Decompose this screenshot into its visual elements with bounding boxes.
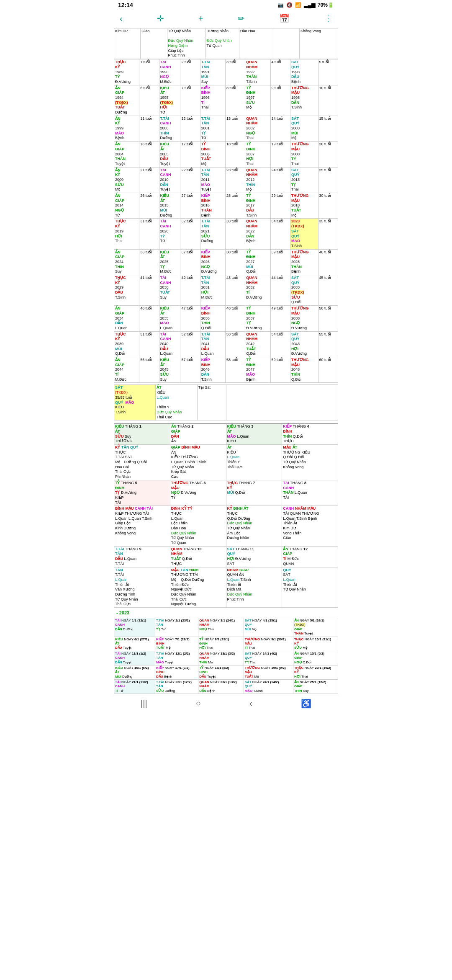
nav-back-icon[interactable]: ‹ — [249, 699, 252, 709]
cal-ttai-22: T.TÀI NGÀY 22/1 (12/2) TÂN SỬU Dưỡng — [155, 680, 198, 694]
header-empty1 — [273, 28, 299, 59]
cell-kiep2016: KIẾP BÍNH 2016 THÂN Bệnh — [200, 193, 225, 219]
cell-thuong2038: THƯƠNG MẬU 2038 NGỌ Đ.Vương — [290, 306, 318, 331]
cell-1999: ẤN KỶ 1999 MÃO Bệnh — [114, 116, 139, 141]
cell-ttai2041: T.TÀI TÂN 2041 DẦU L.Quan — [200, 331, 225, 357]
cell-thuong2048: THƯƠNG MẬU 2048 THÌN Q.Đối — [290, 357, 318, 383]
cell-ttai2011: T.TÀI TÂN 2011 MÃO Tuyệt — [200, 167, 225, 193]
cell-2009: ẤN KỶ 2009 SỬU Mộ — [114, 167, 139, 193]
cal-tai-11: TÀI NGÀY 11/1 (1/2) CANH DẦN Tuyệt — [114, 651, 155, 665]
cell-ttai2021: T.TÀI TÂN 2021 SỬU Dưỡng — [200, 219, 225, 249]
cell-dinh2017: TỶ ĐINH 2017 DẦU T.Sinh — [245, 193, 270, 219]
cell-quan2012: QUAN NHÂM 2012 THÌN Mộ — [245, 167, 270, 193]
month6-header: THƯƠNG THÁNG 6 MẬU NGỌ Đ.Vương TỶ — [170, 480, 226, 505]
cell-dinh2007: TỶ ĐINH 2007 HỢI Thai — [245, 142, 270, 167]
cal-ty-18: TỶ NGÀY 18/1 (8/2) ĐINH DẦU Tuyệt — [198, 665, 244, 679]
cell-9tuoi: 9 tuổi — [270, 85, 290, 116]
cal-thuong-19: THƯƠNG NGÀY 19/1 (9/2) MẬU TUẤT Mộ — [244, 665, 293, 679]
cal-quan-23: QUAN NGÀY 23/1 (13/2) NHÂM DẦN Bệnh — [198, 680, 244, 694]
month4-header: KIẾP THÁNG 4 BÍNH THÌN Q.Đối THỤC — [282, 423, 338, 444]
cell-2004: ẤN GIÁP 2004 THÂN Tuyệt — [114, 142, 139, 167]
month3-detail: ẤT KIÊU L.Quan Thiên Y Thái Cực — [226, 445, 282, 480]
cal-kiep-17: KIẾP NGÀY 17/1 (7/2) BÍNH DẦU Bệnh — [155, 665, 198, 679]
cell-tai2020: TÀI CANH 2020 TÝ Tứ — [159, 219, 180, 249]
more-button[interactable]: ⋮ — [324, 13, 332, 23]
cell-sat2033: SÁT QUÝ 2033 (TKĐX) SỬU Q.Đối — [290, 275, 318, 306]
month11-header: SÁT THÁNG 11 QUÝ HỢI Đ.Vương SÁT — [226, 546, 282, 567]
special-sat-cell: SÁT (TKĐX) 35/95 tuổi QUÝ MÃO KIÊU T.Sin… — [114, 385, 156, 420]
cal-kieu-6: KIÊU NGÀY 6/1 (27/1) ẤT DẦU Tuyệt — [114, 637, 155, 651]
cell-kieu2005: KIÊU ẤT 2005 DẦU Tuyệt — [159, 142, 180, 167]
cell-thuong2028: THƯƠNG MẬU 2028 THÂN Bệnh — [290, 249, 318, 275]
cal-ty-8: TỶ NGÀY 8/1 (29/1) ĐINH HỢI Thai — [198, 637, 244, 651]
year-label: - 2023 — [116, 609, 130, 617]
nav-accessibility-icon[interactable]: ♿ — [301, 699, 311, 709]
status-icons: 📷 🔇 📶 ▂▄▆ 70%🔋 — [277, 2, 334, 8]
move-button[interactable]: ✛ — [157, 13, 164, 23]
cell-1989: THỤC KỶ 1989 TÝ Đ.Vương — [114, 59, 139, 85]
signal-icon: ▂▄▆ — [304, 2, 315, 8]
month6-detail: ĐINH KỶ TÝ THỤC L.Quan Lộc Thần Đào Hoa … — [170, 506, 226, 547]
cell-thuong2008: THƯƠNG MẬU 2008 TÝ Thai — [290, 142, 318, 167]
header-duongnhan: Dương Nhân Đức Quý Nhân Tứ Quan — [205, 28, 239, 59]
header-kimdu: Kim Dư — [114, 28, 141, 59]
cell-2023-highlight: 2023 (TKĐX) SÁT QUÝ MÃO T.Sinh — [290, 219, 318, 249]
cell-ttai2001: T.TÀI TÂN 2001 TỴ Tứ — [200, 116, 225, 141]
cal-tai-canh-1: TÀI NGÀY 1/1 (22/1) CANH DẦN Dưỡng — [114, 618, 155, 637]
monthly-grid: KIÊU THÁNG 1 ẤT SỬU Suy THƯƠNG ẤN THÁNG … — [114, 423, 338, 608]
back-button[interactable]: ‹ — [120, 14, 123, 23]
cell-2034: ẤN GIÁP 2034 DẦN L.Quan — [114, 306, 139, 331]
cell-6tuoi: 6 tuổi — [139, 85, 159, 116]
cell-2tuoi: 2 tuổi — [180, 59, 200, 85]
month11-detail: NHÂM GIÁP QUAN ẤN L.Quan T.Sinh Thiên Ất… — [226, 567, 282, 608]
month7-detail: KỶ ĐINH ẤT THỤC Q.Đối Dưỡng Đức Quý Nhân… — [226, 506, 282, 547]
header-tuquy: Tứ Quý Nhân Đức Quý Nhân Hồng Diệm Giáp … — [167, 28, 205, 59]
add-button[interactable]: + — [198, 14, 203, 23]
cell-8tuoi: 8 tuổi — [226, 85, 245, 116]
cell-10tuoi: 10 tuổi — [318, 85, 338, 116]
cal-ttai-1: T.TÀI NGÀY 2/1 (23/1) TÂN TỴ Tứ — [155, 618, 198, 637]
year-2023-header: - 2023 — [114, 608, 338, 618]
nav-menu-icon[interactable]: ||| — [141, 699, 147, 709]
empty-special — [226, 385, 338, 420]
month2-detail: GIÁP BÍNH MẬU ẤN KIẾP THƯƠNG L.Quan T.Si… — [170, 445, 226, 480]
edit-button[interactable]: ✏ — [238, 13, 245, 23]
cal-tai-21: TÀI NGÀY 21/1 (11/2) CANH TÍ Tứ — [114, 680, 155, 694]
cal-an-25: ẤN NGÀY 25/1 (15/2) GIÁP THÌN Suy — [293, 680, 338, 694]
month1-header: KIÊU THÁNG 1 ẤT SỬU Suy THƯƠNG — [114, 423, 170, 444]
cell-2029: THỤC KỶ 2029 DẦU T.Sinh — [114, 275, 139, 306]
cell-sat2013: SÁT QUÝ 2013 TỴ Thai — [290, 167, 318, 193]
cell-2044: ẤN GIÁP 2044 TÍ M.Đức — [114, 357, 139, 383]
cell-sat2003: SÁT QUÝ 2003 MÙI Mộ — [290, 116, 318, 141]
cal-sat-24: SÁT NGÀY 24/1 (14/2) QUÝ MÃO T.Sinh — [244, 680, 293, 694]
calendar-button[interactable]: 📅 — [279, 13, 290, 23]
month8-detail: CANH NHÂM MẬU TÀI QUAN THƯƠNG L.Quan T.S… — [282, 506, 338, 547]
cell-ttai2000: T.TÀI CANH 2000 THÌN Dưỡng — [159, 116, 180, 141]
cal-sat-14: SÁT NGÀY 14/1 (4/2) QUÝ TỴ Thai — [244, 651, 293, 665]
cell-3tuoi: 3 tuổi — [226, 59, 245, 85]
camera-icon: 📷 — [277, 2, 284, 8]
cell-2019: THỤC KỶ 2019 HỢI Thai — [114, 219, 139, 249]
cell-ty2027: TỶ ĐINH 2027 MÙI Q.Đối — [245, 249, 270, 275]
cal-kiep-7: KIẾP NGÀY 7/1 (28/1) BÍNH TUẤT Mộ — [155, 637, 198, 651]
tai-sat-label: Tại Sát — [197, 385, 226, 420]
month10-detail: MẬU TÂN ĐINH THƯƠNG T.TÀI Mộ Q.Đối Dưỡng… — [170, 567, 226, 608]
cal-thuc-20: THỤC NGÀY 20/1 (10/2) KỶ HỢI Thai — [293, 665, 338, 679]
destiny-table: THỤC KỶ 1989 TÝ Đ.Vương 1 tuổi TÀI CANH … — [114, 59, 338, 383]
cell-kieu2045: KIÊU ẤT 2045 SỬU Suy — [159, 357, 180, 383]
cal-quan-13: QUAN NGÀY 13/1 (3/2) NHÂM THÌN Mộ — [198, 651, 244, 665]
cell-thuong2018: THƯƠNG MẬU 2018 TUẤT Mộ — [290, 193, 318, 219]
month10-header: QUAN THÁNG 10 NHÂM TUẤT Q.Đối THỤC — [170, 546, 226, 567]
cell-ty1997: TỶ ĐINH 1997 SỬU Mộ — [245, 85, 270, 116]
cal-an-1: ẤN NGÀY 5/1 (26/1) (TKĐX) GIÁP THÂN Tuyệ… — [293, 618, 338, 637]
main-content: Kim Dư Giao Tứ Quý Nhân Đức Quý Nhân Hồn… — [113, 27, 339, 695]
battery-level: 70%🔋 — [318, 2, 334, 8]
cell-kieu2025: KIÊU ẤT 2025 TỴ M.Đức — [159, 249, 180, 275]
nav-bar: ||| ○ ‹ ♿ — [113, 695, 339, 712]
cell-ty2047: TỶ ĐINH 2047 MÃO Bệnh — [245, 357, 270, 383]
nav-home-icon[interactable]: ○ — [196, 699, 201, 709]
cal-an-15: ẤN NGÀY 15/1 (5/2) GIÁP NGỌ Q.Đối — [293, 651, 338, 665]
cell-tai2030: TÀI CANH 2030 TUẤT Suy — [159, 275, 180, 306]
cell-ttai1991: T.TÀI TÂN 1991 MÙI Suy — [200, 59, 225, 85]
header-giao: Giao — [141, 28, 167, 59]
